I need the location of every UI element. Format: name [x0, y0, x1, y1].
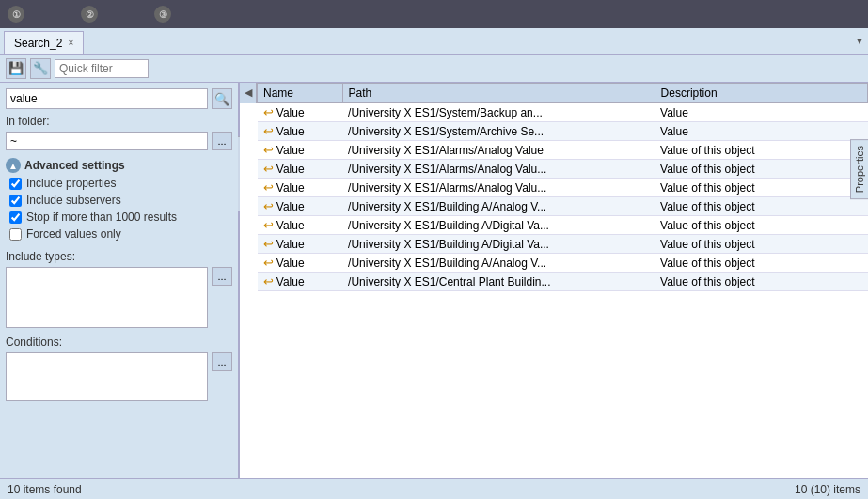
settings-button[interactable]: 🔧 [30, 58, 51, 79]
folder-row: ... [6, 132, 232, 150]
stop-1000-label: Stop if more than 1000 results [26, 211, 177, 224]
forced-values-label: Forced values only [26, 227, 121, 241]
include-types-browse-button[interactable]: ... [212, 267, 232, 286]
include-types-row: ... [6, 267, 232, 328]
cell-name: ↩ Value [258, 216, 343, 235]
tab-dropdown-arrow[interactable]: ▼ [855, 36, 864, 46]
items-count-label: 10 (10) items [795, 483, 860, 496]
cell-path: /University X ES1/System/Backup an... [342, 103, 655, 122]
cell-desc: Value of this object [655, 160, 867, 179]
collapse-button[interactable]: ◀ [240, 83, 257, 103]
conditions-browse-button[interactable]: ... [212, 352, 232, 371]
include-subservers-label: Include subservers [26, 194, 121, 207]
cell-path: /University X ES1/Alarms/Analog Value [342, 141, 655, 160]
folder-browse-button[interactable]: ... [212, 132, 232, 150]
cell-path: /University X ES1/Building A/Analog V... [342, 197, 655, 216]
search-tab[interactable]: Search_2 × [4, 31, 84, 54]
row-icon: ↩ [263, 199, 274, 213]
col-header-desc[interactable]: Description [655, 84, 867, 103]
table-row[interactable]: ↩ Value /University X ES1/Alarms/Analog … [258, 141, 868, 160]
top-bar: ① ② ③ [0, 0, 868, 28]
results-table-container[interactable]: Name Path Description ↩ Value /Universit… [257, 83, 868, 478]
cell-path: /University X ES1/Alarms/Analog Valu... [342, 179, 655, 197]
tab-label: Search_2 [14, 37, 62, 50]
row-icon: ↩ [263, 162, 274, 176]
row-icon: ↩ [263, 274, 274, 288]
in-folder-label: In folder: [6, 115, 232, 128]
table-row[interactable]: ↩ Value /University X ES1/Building A/Ana… [258, 254, 868, 273]
table-row[interactable]: ↩ Value /University X ES1/Central Plant … [258, 273, 868, 291]
table-row[interactable]: ↩ Value /University X ES1/Building A/Dig… [258, 216, 868, 235]
search-row: 🔍 [6, 88, 232, 109]
table-row[interactable]: ↩ Value /University X ES1/Building A/Dig… [258, 235, 868, 254]
conditions-row: ... [6, 352, 232, 401]
cell-desc: Value of this object [655, 197, 867, 216]
tab-bar: Search_2 × ▼ [0, 28, 868, 55]
row-icon: ↩ [263, 256, 274, 270]
cell-path: /University X ES1/Alarms/Analog Valu... [342, 160, 655, 179]
col-header-name[interactable]: Name [258, 84, 343, 103]
table-row[interactable]: ↩ Value /University X ES1/Alarms/Analog … [258, 179, 868, 197]
items-found-label: 10 items found [8, 483, 82, 496]
cell-desc: Value of this object [655, 235, 867, 254]
row-icon: ↩ [263, 105, 274, 119]
table-row[interactable]: ↩ Value /University X ES1/Building A/Ana… [258, 197, 868, 216]
forced-values-row: Forced values only [9, 227, 232, 241]
cell-desc: Value of this object [655, 273, 867, 291]
cell-name: ↩ Value [258, 179, 343, 197]
conditions-box[interactable] [6, 352, 208, 401]
conditions-label: Conditions: [6, 335, 232, 349]
advanced-settings-label: Advanced settings [24, 159, 125, 172]
status-bar: 10 items found 10 (10) items [0, 478, 868, 499]
cell-name: ↩ Value [258, 122, 343, 141]
advanced-settings-header[interactable]: ▲ Advanced settings [6, 158, 232, 173]
save-button[interactable]: 💾 [6, 58, 26, 79]
cell-name: ↩ Value [258, 160, 343, 179]
search-button[interactable]: 🔍 [212, 88, 232, 109]
cell-path: /University X ES1/Building A/Digital Va.… [342, 235, 655, 254]
cell-name: ↩ Value [258, 103, 343, 122]
advanced-icon: ▲ [6, 158, 21, 173]
include-types-box[interactable] [6, 267, 208, 328]
circle-1: ① [8, 6, 24, 23]
include-subservers-checkbox[interactable] [9, 195, 22, 207]
cell-desc: Value of this object [655, 254, 867, 273]
col-header-path[interactable]: Path [342, 84, 655, 103]
row-icon: ↩ [263, 218, 274, 232]
right-panel: ◀ Properties Name Path Description ↩ Val… [240, 83, 868, 478]
forced-values-checkbox[interactable] [9, 228, 22, 241]
include-types-label: Include types: [6, 250, 232, 263]
include-subservers-row: Include subservers [9, 194, 232, 207]
circle-2: ② [81, 6, 98, 23]
folder-input[interactable] [6, 132, 208, 150]
row-icon: ↩ [263, 180, 274, 195]
main-area: 🔍 In folder: ... ▲ Advanced settings Inc… [0, 83, 868, 478]
row-icon: ↩ [263, 143, 274, 157]
table-row[interactable]: ↩ Value /University X ES1/System/Archive… [258, 122, 868, 141]
cell-desc: Value [655, 122, 867, 141]
search-input[interactable] [6, 88, 208, 109]
results-table: Name Path Description ↩ Value /Universit… [257, 83, 868, 291]
cell-desc: Value of this object [655, 179, 867, 197]
cell-path: /University X ES1/Building A/Analog V... [342, 254, 655, 273]
circle-3: ③ [154, 6, 171, 23]
stop-1000-row: Stop if more than 1000 results [9, 211, 232, 224]
row-icon: ↩ [263, 237, 274, 251]
cell-name: ↩ Value [258, 197, 343, 216]
cell-desc: Value of this object [655, 141, 867, 160]
cell-name: ↩ Value [258, 141, 343, 160]
include-properties-row: Include properties [9, 177, 232, 190]
table-row[interactable]: ↩ Value /University X ES1/Alarms/Analog … [258, 160, 868, 179]
stop-1000-checkbox[interactable] [9, 211, 22, 224]
tab-close[interactable]: × [68, 38, 73, 48]
toolbar: 💾 🔧 [0, 55, 868, 83]
cell-name: ↩ Value [258, 235, 343, 254]
include-properties-label: Include properties [26, 177, 116, 190]
table-row[interactable]: ↩ Value /University X ES1/System/Backup … [258, 103, 868, 122]
cell-path: /University X ES1/Central Plant Buildin.… [342, 273, 655, 291]
cell-desc: Value of this object [655, 216, 867, 235]
include-properties-checkbox[interactable] [9, 178, 22, 190]
properties-tab[interactable]: Properties [850, 139, 868, 199]
cell-path: /University X ES1/Building A/Digital Va.… [342, 216, 655, 235]
quick-filter-input[interactable] [55, 59, 149, 78]
